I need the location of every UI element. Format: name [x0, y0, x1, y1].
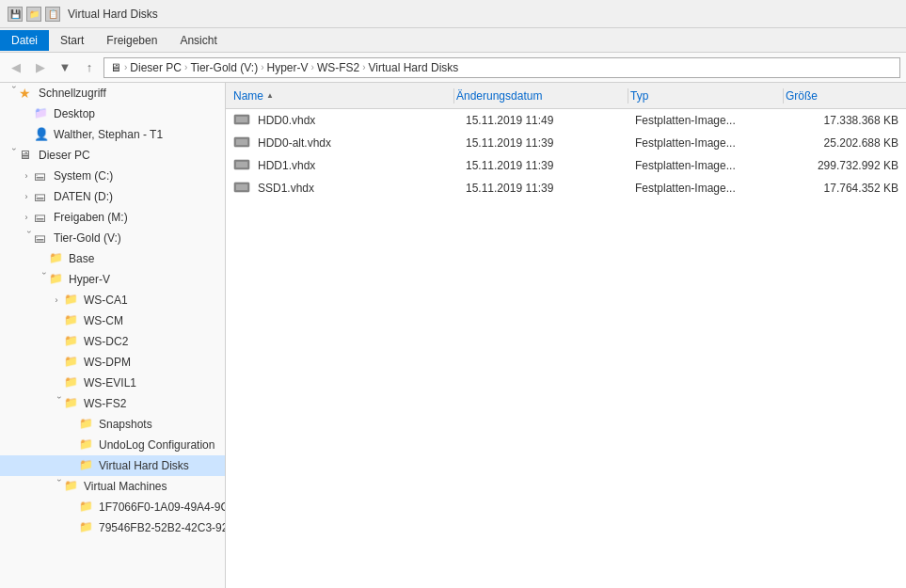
up-button[interactable]: ↑ [79, 57, 100, 78]
toggle-snapshots [64, 417, 79, 432]
sidebar-item-virtual-hard-disks[interactable]: 📁Virtual Hard Disks [0, 455, 225, 476]
path-dieser-pc: Dieser PC [130, 61, 182, 74]
folder-icon-ws-evil1: 📁 [64, 375, 81, 390]
toggle-ws-ca1[interactable]: › [49, 293, 64, 308]
sidebar-item-guid1[interactable]: 📁1F7066F0-1A09-49A4-9C2 [0, 497, 225, 517]
folder-icon-virtual-machines: 📁 [64, 479, 81, 494]
toggle-freigaben-m[interactable]: › [19, 210, 34, 225]
folder-icon-ws-dc2: 📁 [64, 334, 81, 349]
folder-icon-base: 📁 [49, 251, 66, 266]
sidebar-item-system-c[interactable]: ›🖴System (C:) [0, 166, 225, 186]
path-hyper-v: Hyper-V [267, 61, 309, 74]
toggle-virtual-machines[interactable]: › [49, 479, 64, 494]
save-icon[interactable]: 💾 [8, 7, 23, 22]
col-header-size[interactable]: Größe [786, 89, 898, 103]
folder-icon-guid2: 📁 [79, 520, 96, 535]
file-size-3: 17.764.352 KB [786, 182, 898, 195]
sidebar-item-snapshots[interactable]: 📁Snapshots [0, 414, 225, 435]
toggle-guid2 [64, 520, 79, 535]
file-name-0: HDD0.vhdx [258, 114, 466, 127]
file-date-2: 15.11.2019 11:39 [466, 159, 635, 172]
file-row-0[interactable]: HDD0.vhdx 15.11.2019 11:49 Festplatten-I… [226, 109, 906, 132]
file-name-1: HDD0-alt.vhdx [258, 136, 466, 150]
toggle-ws-evil1 [49, 375, 64, 390]
file-name-2: HDD1.vhdx [258, 159, 466, 172]
sidebar-label-guid1: 1F7066F0-1A09-49A4-9C2 [99, 501, 226, 514]
sidebar-item-schnellzugriff[interactable]: ›★Schnellzugriff [0, 83, 225, 103]
sidebar-label-ws-ca1: WS-CA1 [84, 294, 128, 307]
file-date-0: 15.11.2019 11:49 [466, 114, 635, 127]
sidebar-item-desktop[interactable]: 📁Desktop [0, 103, 225, 124]
file-type-1: Festplatten-Image... [635, 136, 786, 150]
folder-blue-icon-desktop: 📁 [34, 106, 51, 121]
title-bar: 💾 📁 📋 Virtual Hard Disks [0, 0, 906, 28]
sidebar-item-dieser-pc[interactable]: ›🖥Dieser PC [0, 145, 225, 166]
toggle-guid1 [64, 500, 79, 515]
sidebar-item-daten-d[interactable]: ›🖴DATEN (D:) [0, 186, 225, 207]
file-row-2[interactable]: HDD1.vhdx 15.11.2019 11:39 Festplatten-I… [226, 154, 906, 177]
sidebar-label-ws-cm: WS-CM [84, 314, 123, 327]
properties-icon[interactable]: 📋 [45, 7, 60, 22]
svg-rect-7 [236, 184, 247, 190]
col-header-type[interactable]: Typ [630, 89, 781, 103]
folder-icon-hyper-v: 📁 [49, 272, 66, 287]
toggle-system-c[interactable]: › [19, 168, 34, 183]
toggle-ws-fs2[interactable]: › [49, 396, 64, 411]
sidebar: ›★Schnellzugriff📁Desktop👤Walther, Stepha… [0, 83, 226, 588]
toggle-virtual-hard-disks [64, 458, 79, 473]
person-icon-walther: 👤 [34, 127, 51, 142]
col-divider-1 [453, 88, 454, 103]
content-area: Name ▲ Änderungsdatum Typ Größe HDD0 [226, 83, 906, 588]
sidebar-item-ws-evil1[interactable]: 📁WS-EVIL1 [0, 373, 225, 393]
toggle-schnellzugriff[interactable]: › [4, 86, 19, 101]
col-header-name[interactable]: Name ▲ [233, 89, 452, 103]
col-header-date[interactable]: Änderungsdatum [456, 89, 626, 103]
recent-button[interactable]: ▼ [55, 57, 75, 78]
pc-icon-dieser-pc: 🖥 [19, 148, 36, 163]
svg-rect-5 [236, 162, 247, 167]
path-computer: 🖥 [110, 61, 121, 74]
sidebar-item-freigaben-m[interactable]: ›🖴Freigaben (M:) [0, 207, 225, 228]
svg-rect-3 [236, 139, 247, 145]
forward-button[interactable]: ▶ [30, 57, 51, 78]
back-button[interactable]: ◀ [6, 57, 26, 78]
sidebar-label-system-c: System (C:) [54, 169, 113, 183]
toggle-ws-dpm [49, 355, 64, 370]
drive-icon-daten-d: 🖴 [34, 189, 51, 204]
sidebar-item-walther[interactable]: 👤Walther, Stephan - T1 [0, 124, 225, 145]
sidebar-label-base: Base [69, 252, 94, 265]
menu-start[interactable]: Start [49, 30, 95, 51]
sidebar-item-ws-cm[interactable]: 📁WS-CM [0, 310, 225, 331]
menu-datei[interactable]: Datei [0, 30, 49, 51]
sidebar-item-ws-fs2[interactable]: ›📁WS-FS2 [0, 393, 225, 414]
sidebar-label-undolog: UndoLog Configuration [99, 438, 215, 452]
sidebar-label-virtual-hard-disks: Virtual Hard Disks [99, 459, 189, 472]
sidebar-item-ws-dc2[interactable]: 📁WS-DC2 [0, 331, 225, 352]
sidebar-item-virtual-machines[interactable]: ›📁Virtual Machines [0, 476, 225, 497]
file-row-3[interactable]: SSD1.vhdx 15.11.2019 11:39 Festplatten-I… [226, 177, 906, 199]
address-path[interactable]: 🖥 › Dieser PC › Tier-Gold (V:) › Hyper-V… [103, 57, 900, 78]
sidebar-item-ws-ca1[interactable]: ›📁WS-CA1 [0, 290, 225, 310]
new-folder-icon[interactable]: 📁 [26, 7, 41, 22]
toggle-daten-d[interactable]: › [19, 189, 34, 204]
sidebar-label-ws-dpm: WS-DPM [84, 356, 131, 369]
sidebar-tree: ›★Schnellzugriff📁Desktop👤Walther, Stepha… [0, 83, 225, 538]
sidebar-item-hyper-v[interactable]: ›📁Hyper-V [0, 269, 225, 290]
file-row-1[interactable]: HDD0-alt.vhdx 15.11.2019 11:39 Festplatt… [226, 132, 906, 154]
file-size-2: 299.732.992 KB [786, 159, 898, 172]
sidebar-item-guid2[interactable]: 📁79546FB2-52B2-42C3-92C [0, 517, 225, 538]
folder-icon-snapshots: 📁 [79, 417, 96, 432]
col-divider-2 [628, 88, 628, 103]
folder-icon-virtual-hard-disks: 📁 [79, 458, 96, 473]
toggle-dieser-pc[interactable]: › [4, 148, 19, 163]
sidebar-item-ws-dpm[interactable]: 📁WS-DPM [0, 352, 225, 373]
menu-ansicht[interactable]: Ansicht [168, 30, 228, 51]
sidebar-item-undolog[interactable]: 📁UndoLog Configuration [0, 435, 225, 455]
sidebar-item-base[interactable]: 📁Base [0, 248, 225, 269]
sidebar-label-hyper-v: Hyper-V [69, 273, 110, 286]
sidebar-item-tier-gold-v[interactable]: ›🖴Tier-Gold (V:) [0, 228, 225, 248]
toggle-hyper-v[interactable]: › [34, 272, 49, 287]
folder-icon-undolog: 📁 [79, 437, 96, 453]
toggle-tier-gold-v[interactable]: › [19, 230, 34, 246]
menu-freigeben[interactable]: Freigeben [95, 30, 168, 51]
